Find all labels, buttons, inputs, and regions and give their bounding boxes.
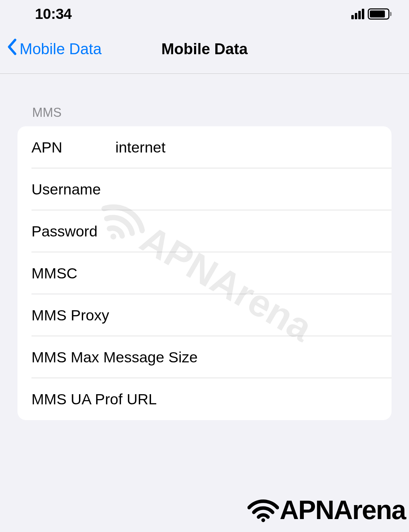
cellular-signal-icon: [351, 9, 364, 19]
password-row[interactable]: Password: [17, 210, 392, 252]
watermark-bottom: APNArena: [247, 495, 406, 525]
mms-ua-prof-url-row[interactable]: MMS UA Prof URL: [17, 378, 392, 420]
mms-proxy-input[interactable]: [115, 307, 378, 324]
password-label: Password: [31, 223, 115, 240]
mms-settings-group: APN Username Password MMSC MMS Proxy MMS…: [17, 126, 392, 420]
battery-icon: [368, 8, 392, 20]
mms-proxy-row[interactable]: MMS Proxy: [17, 294, 392, 336]
username-label: Username: [31, 181, 115, 198]
mms-max-size-input[interactable]: [198, 349, 385, 366]
navigation-bar: Mobile Data Mobile Data: [0, 28, 409, 74]
mmsc-label: MMSC: [31, 265, 115, 282]
back-button-label: Mobile Data: [20, 40, 102, 58]
mms-ua-prof-url-input[interactable]: [157, 391, 378, 408]
mms-max-size-label: MMS Max Message Size: [31, 349, 198, 366]
mmsc-input[interactable]: [115, 265, 378, 282]
mmsc-row[interactable]: MMSC: [17, 252, 392, 294]
svg-point-1: [261, 518, 265, 522]
page-title: Mobile Data: [162, 40, 248, 58]
username-input[interactable]: [115, 181, 378, 198]
back-button[interactable]: Mobile Data: [7, 38, 102, 59]
mms-ua-prof-url-label: MMS UA Prof URL: [31, 391, 157, 408]
mms-proxy-label: MMS Proxy: [31, 307, 115, 324]
section-header-mms: MMS: [17, 105, 392, 120]
username-row[interactable]: Username: [17, 168, 392, 210]
status-bar: 10:34: [0, 0, 409, 28]
mms-max-size-row[interactable]: MMS Max Message Size: [17, 336, 392, 378]
status-time: 10:34: [35, 6, 72, 22]
wifi-icon: [247, 498, 279, 522]
apn-row[interactable]: APN: [17, 126, 392, 168]
apn-input[interactable]: [115, 139, 378, 156]
apn-label: APN: [31, 139, 115, 156]
status-indicators: [351, 8, 392, 20]
chevron-left-icon: [7, 38, 17, 59]
password-input[interactable]: [115, 223, 378, 240]
